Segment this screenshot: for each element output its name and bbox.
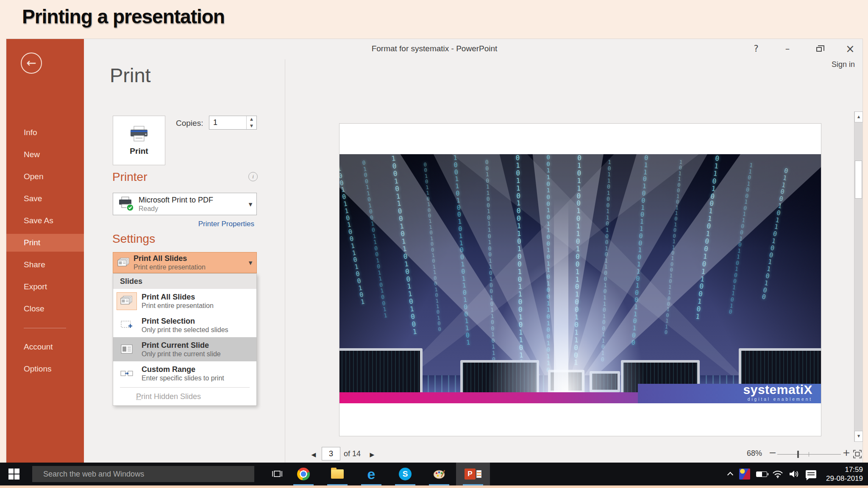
printer-properties-link[interactable]: Printer Properties bbox=[113, 220, 257, 228]
scroll-up-button[interactable]: ▲ bbox=[854, 111, 863, 122]
slide-preview: 1 0 0 1 0 1 1 0 1 0 0 1 1 0 1 0 0 1 0 1 … bbox=[339, 123, 821, 436]
chrome-icon bbox=[297, 468, 310, 480]
sidebar-item-save-as[interactable]: Save As bbox=[6, 212, 84, 230]
menu-item-custom-range[interactable]: Custom Range Enter specific slides to pr… bbox=[113, 361, 256, 385]
zoom-slider-thumb[interactable] bbox=[797, 451, 799, 458]
sidebar-item-open[interactable]: Open bbox=[6, 168, 84, 186]
menu-item-subtitle: Print entire presentation bbox=[142, 302, 214, 310]
menu-item-print-hidden-slides[interactable]: Print Hidden Slides bbox=[113, 388, 256, 405]
file-explorer-icon bbox=[331, 469, 344, 479]
windows-logo-icon bbox=[8, 469, 19, 480]
taskbar-chrome-button[interactable] bbox=[287, 463, 320, 485]
sidebar-item-print[interactable]: Print bbox=[6, 234, 84, 252]
menu-item-title: Print All Slides bbox=[142, 293, 214, 302]
sidebar-divider bbox=[24, 328, 66, 328]
icon-box bbox=[117, 341, 137, 358]
page-number-input[interactable] bbox=[322, 447, 340, 460]
spin-down-icon[interactable]: ▼ bbox=[247, 123, 256, 130]
hidden-icons-button[interactable] bbox=[723, 463, 737, 485]
sidebar-item-export[interactable]: Export bbox=[6, 278, 84, 296]
fit-to-window-button[interactable] bbox=[852, 449, 862, 461]
taskbar-powerpoint-button[interactable]: P bbox=[456, 463, 490, 485]
menu-item-subtitle: Only print the selected slides bbox=[142, 326, 228, 334]
powerpoint-window: Format for systematix - PowerPoint ? – ×… bbox=[6, 39, 863, 463]
sidebar-item-account[interactable]: Account bbox=[6, 338, 84, 356]
clock-date: 29-08-2019 bbox=[826, 474, 863, 483]
restore-button[interactable] bbox=[813, 44, 824, 54]
menu-item-text: Custom Range Enter specific slides to pr… bbox=[142, 365, 224, 382]
powerpoint-icon: P bbox=[465, 469, 481, 480]
zoom-in-button[interactable]: + bbox=[841, 447, 851, 458]
sidebar-item-new[interactable]: New bbox=[6, 146, 84, 164]
start-button[interactable] bbox=[0, 463, 28, 485]
taskbar-clock[interactable]: 17:59 29-08-2019 bbox=[826, 465, 863, 483]
copies-label: Copies: bbox=[176, 119, 203, 128]
next-page-button[interactable]: ▶ bbox=[367, 448, 377, 461]
task-view-icon bbox=[271, 469, 283, 479]
taskbar-skype-button[interactable]: S bbox=[388, 463, 422, 485]
page-count-label: of 14 bbox=[344, 449, 361, 458]
zoom-level: 68% bbox=[738, 449, 762, 458]
sidebar-item-info[interactable]: Info bbox=[6, 124, 84, 141]
print-range-selector[interactable]: Print All Slides Print entire presentati… bbox=[113, 252, 257, 273]
window-title: Format for systematix - PowerPoint bbox=[6, 44, 862, 53]
zoom-slider-tick bbox=[809, 452, 809, 457]
custom-range-icon bbox=[120, 368, 133, 379]
zoom-slider-track[interactable] bbox=[777, 454, 841, 455]
printer-selector[interactable]: Microsoft Print to PDF Ready ▾ bbox=[113, 193, 257, 215]
desktop: Printing a presentation Format for syste… bbox=[0, 0, 868, 488]
minimize-button[interactable]: – bbox=[782, 44, 793, 54]
chevron-up-icon bbox=[727, 472, 733, 478]
menu-item-subtitle: Enter specific slides to print bbox=[142, 374, 224, 382]
scrollbar-thumb[interactable] bbox=[855, 161, 862, 199]
taskbar-edge-button[interactable]: e bbox=[354, 463, 388, 485]
menu-item-text: Print Current Slide Only print the curre… bbox=[142, 341, 221, 358]
print-current-slide-icon bbox=[120, 344, 133, 355]
taskbar-file-explorer-button[interactable] bbox=[320, 463, 354, 485]
sidebar-item-close[interactable]: Close bbox=[6, 300, 84, 318]
print-button[interactable]: Print bbox=[113, 116, 165, 165]
printer-name: Microsoft Print to PDF bbox=[139, 196, 245, 205]
help-button[interactable]: ? bbox=[751, 44, 762, 54]
previous-page-button[interactable]: ◀ bbox=[309, 448, 318, 461]
sidebar-item-save[interactable]: Save bbox=[6, 190, 84, 208]
spin-up-icon[interactable]: ▲ bbox=[247, 116, 256, 123]
paint-icon bbox=[433, 469, 445, 480]
taskbar-paint-button[interactable] bbox=[422, 463, 456, 485]
menu-item-text: Print All Slides Print entire presentati… bbox=[142, 293, 214, 310]
menu-item-print-selection[interactable]: Print Selection Only print the selected … bbox=[113, 313, 256, 337]
brand-tagline: digital enablement bbox=[743, 397, 812, 402]
scroll-down-button[interactable]: ▼ bbox=[854, 431, 863, 442]
sidebar-item-options[interactable]: Options bbox=[6, 360, 84, 378]
underlined-letter: P bbox=[136, 392, 141, 401]
backstage-sidebar: ← Info New Open Save Save As Print Share… bbox=[6, 39, 84, 463]
wifi-tray-button[interactable] bbox=[771, 463, 785, 485]
bottom-strip bbox=[0, 485, 868, 488]
brand-name: systematiX bbox=[743, 383, 812, 397]
back-button[interactable]: ← bbox=[21, 53, 42, 74]
edge-icon: e bbox=[367, 468, 376, 480]
action-center-button[interactable] bbox=[804, 463, 818, 485]
close-button[interactable]: × bbox=[845, 42, 856, 55]
volume-tray-button[interactable] bbox=[787, 463, 801, 485]
menu-item-print-current-slide[interactable]: Print Current Slide Only print the curre… bbox=[113, 337, 256, 361]
restore-icon bbox=[816, 47, 822, 52]
center-glow bbox=[484, 250, 648, 395]
menu-item-title: Print Selection bbox=[142, 317, 228, 326]
preview-scrollbar[interactable]: ▲ ▼ bbox=[854, 111, 862, 442]
sidebar-item-share[interactable]: Share bbox=[6, 256, 84, 274]
sign-in-link[interactable]: Sign in bbox=[832, 60, 855, 69]
battery-tray-button[interactable] bbox=[754, 463, 769, 485]
pane-divider bbox=[285, 59, 285, 463]
action-center-icon bbox=[806, 470, 816, 478]
copies-input[interactable] bbox=[209, 116, 246, 129]
zoom-out-button[interactable]: − bbox=[768, 447, 778, 458]
chevron-down-icon: ▾ bbox=[245, 258, 256, 267]
menu-item-print-all-slides[interactable]: Print All Slides Print entire presentati… bbox=[113, 289, 256, 313]
battery-icon bbox=[756, 471, 767, 477]
search-input[interactable] bbox=[32, 466, 254, 482]
selected-range-subtitle: Print entire presentation bbox=[134, 263, 206, 271]
taskbar-search bbox=[32, 466, 254, 482]
photos-tray-button[interactable] bbox=[737, 463, 752, 485]
icon-box bbox=[117, 316, 137, 334]
